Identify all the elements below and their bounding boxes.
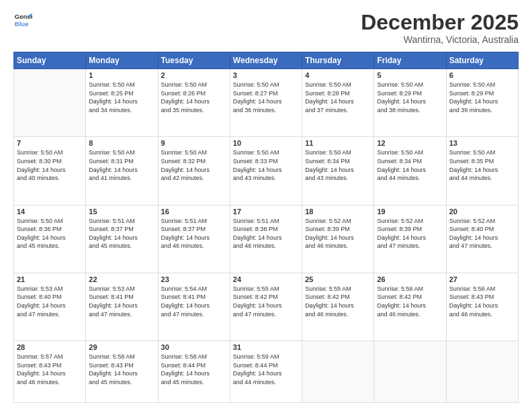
day-number: 8 [89, 139, 154, 147]
day-info: Sunrise: 5:58 AM Sunset: 8:43 PM Dayligh… [89, 353, 154, 386]
calendar-cell: 30Sunrise: 5:58 AM Sunset: 8:44 PM Dayli… [158, 340, 230, 402]
day-info: Sunrise: 5:51 AM Sunset: 8:37 PM Dayligh… [89, 217, 154, 250]
day-info: Sunrise: 5:50 AM Sunset: 8:34 PM Dayligh… [377, 148, 443, 182]
day-number: 18 [305, 208, 371, 216]
calendar-cell [374, 340, 446, 402]
calendar-cell: 29Sunrise: 5:58 AM Sunset: 8:43 PM Dayli… [86, 340, 158, 402]
day-info: Sunrise: 5:52 AM Sunset: 8:39 PM Dayligh… [305, 217, 371, 250]
day-info: Sunrise: 5:50 AM Sunset: 8:30 PM Dayligh… [17, 148, 83, 182]
calendar-cell [302, 340, 374, 402]
calendar-cell: 24Sunrise: 5:55 AM Sunset: 8:42 PM Dayli… [230, 273, 302, 340]
day-info: Sunrise: 5:51 AM Sunset: 8:37 PM Dayligh… [161, 217, 227, 250]
week-row-1: 7Sunrise: 5:50 AM Sunset: 8:30 PM Daylig… [14, 137, 519, 205]
day-number: 30 [161, 343, 227, 351]
day-number: 12 [377, 139, 443, 147]
day-number: 5 [377, 71, 443, 79]
calendar-cell: 19Sunrise: 5:52 AM Sunset: 8:39 PM Dayli… [374, 205, 446, 273]
location-title: Wantirna, Victoria, Australia [361, 34, 519, 45]
day-number: 27 [449, 275, 515, 283]
day-number: 4 [305, 71, 371, 79]
day-number: 28 [17, 343, 83, 351]
day-number: 26 [377, 275, 443, 283]
week-row-3: 21Sunrise: 5:53 AM Sunset: 8:40 PM Dayli… [14, 273, 519, 340]
calendar-cell: 3Sunrise: 5:50 AM Sunset: 8:27 PM Daylig… [230, 69, 302, 137]
calendar-cell: 28Sunrise: 5:57 AM Sunset: 8:43 PM Dayli… [14, 340, 86, 402]
weekday-header-row: SundayMondayTuesdayWednesdayThursdayFrid… [14, 52, 519, 69]
day-info: Sunrise: 5:56 AM Sunset: 8:42 PM Dayligh… [377, 285, 443, 318]
calendar-cell: 9Sunrise: 5:50 AM Sunset: 8:32 PM Daylig… [158, 137, 230, 205]
day-info: Sunrise: 5:50 AM Sunset: 8:32 PM Dayligh… [161, 148, 227, 182]
calendar-cell: 17Sunrise: 5:51 AM Sunset: 8:38 PM Dayli… [230, 205, 302, 273]
day-info: Sunrise: 5:50 AM Sunset: 8:27 PM Dayligh… [233, 81, 299, 114]
svg-text:General: General [15, 13, 32, 20]
day-info: Sunrise: 5:50 AM Sunset: 8:29 PM Dayligh… [449, 81, 515, 114]
calendar-cell: 6Sunrise: 5:50 AM Sunset: 8:29 PM Daylig… [446, 69, 518, 137]
day-number: 20 [449, 208, 515, 216]
week-row-2: 14Sunrise: 5:50 AM Sunset: 8:36 PM Dayli… [14, 205, 519, 273]
calendar-cell: 11Sunrise: 5:50 AM Sunset: 8:34 PM Dayli… [302, 137, 374, 205]
calendar-cell: 27Sunrise: 5:56 AM Sunset: 8:43 PM Dayli… [446, 273, 518, 340]
day-number: 14 [17, 208, 83, 216]
day-info: Sunrise: 5:50 AM Sunset: 8:35 PM Dayligh… [449, 148, 515, 182]
day-number: 23 [161, 275, 227, 283]
day-info: Sunrise: 5:57 AM Sunset: 8:43 PM Dayligh… [17, 353, 83, 386]
day-info: Sunrise: 5:52 AM Sunset: 8:39 PM Dayligh… [377, 217, 443, 250]
day-info: Sunrise: 5:50 AM Sunset: 8:31 PM Dayligh… [89, 148, 154, 182]
weekday-header-monday: Monday [86, 52, 158, 69]
day-info: Sunrise: 5:51 AM Sunset: 8:38 PM Dayligh… [233, 217, 299, 250]
calendar-cell [14, 69, 86, 137]
day-info: Sunrise: 5:53 AM Sunset: 8:41 PM Dayligh… [89, 285, 154, 318]
calendar-cell: 4Sunrise: 5:50 AM Sunset: 8:28 PM Daylig… [302, 69, 374, 137]
weekday-header-tuesday: Tuesday [158, 52, 230, 69]
calendar-cell: 5Sunrise: 5:50 AM Sunset: 8:29 PM Daylig… [374, 69, 446, 137]
calendar-cell: 31Sunrise: 5:59 AM Sunset: 8:44 PM Dayli… [230, 340, 302, 402]
weekday-header-saturday: Saturday [446, 52, 518, 69]
day-info: Sunrise: 5:50 AM Sunset: 8:25 PM Dayligh… [89, 81, 154, 114]
calendar-cell: 20Sunrise: 5:52 AM Sunset: 8:40 PM Dayli… [446, 205, 518, 273]
day-number: 24 [233, 275, 299, 283]
calendar-cell: 10Sunrise: 5:50 AM Sunset: 8:33 PM Dayli… [230, 137, 302, 205]
calendar-cell: 26Sunrise: 5:56 AM Sunset: 8:42 PM Dayli… [374, 273, 446, 340]
calendar-cell: 13Sunrise: 5:50 AM Sunset: 8:35 PM Dayli… [446, 137, 518, 205]
day-number: 31 [233, 343, 299, 351]
calendar-cell: 14Sunrise: 5:50 AM Sunset: 8:36 PM Dayli… [14, 205, 86, 273]
day-number: 22 [89, 275, 154, 283]
calendar-table: SundayMondayTuesdayWednesdayThursdayFrid… [13, 52, 519, 403]
day-number: 25 [305, 275, 371, 283]
calendar-cell [446, 340, 518, 402]
header: General Blue December 2025 Wantirna, Vic… [13, 11, 519, 45]
day-info: Sunrise: 5:55 AM Sunset: 8:42 PM Dayligh… [233, 285, 299, 318]
day-info: Sunrise: 5:53 AM Sunset: 8:40 PM Dayligh… [17, 285, 83, 318]
weekday-header-thursday: Thursday [302, 52, 374, 69]
day-number: 15 [89, 208, 154, 216]
day-info: Sunrise: 5:50 AM Sunset: 8:29 PM Dayligh… [377, 81, 443, 114]
day-number: 16 [161, 208, 227, 216]
day-number: 9 [161, 139, 227, 147]
day-number: 21 [17, 275, 83, 283]
day-number: 11 [305, 139, 371, 147]
calendar-cell: 8Sunrise: 5:50 AM Sunset: 8:31 PM Daylig… [86, 137, 158, 205]
day-info: Sunrise: 5:58 AM Sunset: 8:44 PM Dayligh… [161, 353, 227, 386]
calendar-cell: 22Sunrise: 5:53 AM Sunset: 8:41 PM Dayli… [86, 273, 158, 340]
day-info: Sunrise: 5:50 AM Sunset: 8:26 PM Dayligh… [161, 81, 227, 114]
calendar-cell: 1Sunrise: 5:50 AM Sunset: 8:25 PM Daylig… [86, 69, 158, 137]
day-info: Sunrise: 5:50 AM Sunset: 8:33 PM Dayligh… [233, 148, 299, 182]
calendar-cell: 23Sunrise: 5:54 AM Sunset: 8:41 PM Dayli… [158, 273, 230, 340]
day-number: 13 [449, 139, 515, 147]
day-number: 6 [449, 71, 515, 79]
day-info: Sunrise: 5:50 AM Sunset: 8:28 PM Dayligh… [305, 81, 371, 114]
day-number: 10 [233, 139, 299, 147]
title-block: December 2025 Wantirna, Victoria, Austra… [361, 11, 519, 45]
week-row-4: 28Sunrise: 5:57 AM Sunset: 8:43 PM Dayli… [14, 340, 519, 402]
day-number: 7 [17, 139, 83, 147]
day-info: Sunrise: 5:56 AM Sunset: 8:43 PM Dayligh… [449, 285, 515, 318]
week-row-0: 1Sunrise: 5:50 AM Sunset: 8:25 PM Daylig… [14, 69, 519, 137]
day-info: Sunrise: 5:50 AM Sunset: 8:34 PM Dayligh… [305, 148, 371, 182]
calendar-cell: 21Sunrise: 5:53 AM Sunset: 8:40 PM Dayli… [14, 273, 86, 340]
day-number: 2 [161, 71, 227, 79]
day-info: Sunrise: 5:54 AM Sunset: 8:41 PM Dayligh… [161, 285, 227, 318]
day-info: Sunrise: 5:55 AM Sunset: 8:42 PM Dayligh… [305, 285, 371, 318]
weekday-header-wednesday: Wednesday [230, 52, 302, 69]
day-number: 17 [233, 208, 299, 216]
day-number: 19 [377, 208, 443, 216]
